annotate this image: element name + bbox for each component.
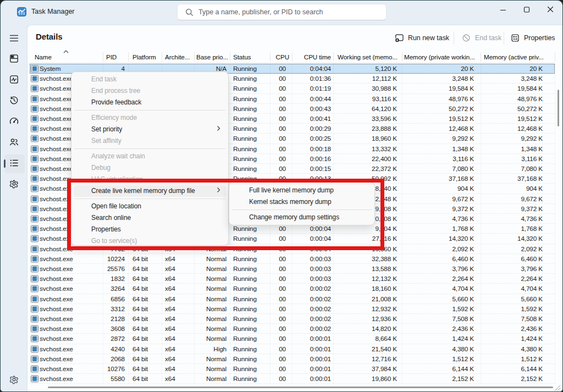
process-icon bbox=[31, 255, 38, 263]
cell-priv: 50,272 K bbox=[402, 104, 474, 114]
run-new-task-icon bbox=[395, 34, 404, 42]
cell-arch: x64 bbox=[165, 324, 175, 334]
sidebar-item-users[interactable] bbox=[9, 137, 19, 147]
cell-pid: 5580 bbox=[103, 374, 125, 384]
process-icon bbox=[31, 305, 38, 313]
search-box[interactable] bbox=[177, 4, 387, 20]
column-header-name[interactable]: Name bbox=[35, 51, 52, 63]
cell-status: Running bbox=[233, 354, 257, 364]
menu-item[interactable]: Set priority bbox=[74, 124, 226, 135]
process-icon bbox=[31, 155, 38, 163]
cell-ws: 12,936 K bbox=[333, 314, 397, 324]
close-button[interactable] bbox=[538, 1, 563, 17]
cell-priv: 9,292 K bbox=[402, 134, 474, 143]
menu-item-label: End process tree bbox=[91, 87, 140, 95]
cell-priv: 7,080 K bbox=[402, 164, 474, 174]
menu-item[interactable]: Set affinity bbox=[74, 135, 226, 147]
cell-status: Running bbox=[233, 374, 257, 384]
hamburger-menu-icon[interactable] bbox=[9, 34, 19, 43]
column-header-separator bbox=[555, 52, 555, 62]
column-header-architecture[interactable]: Archite... bbox=[165, 51, 190, 63]
cell-cpu: 00 bbox=[270, 324, 286, 334]
cell-base: Normal bbox=[194, 284, 227, 294]
cell-status: Running bbox=[233, 304, 257, 314]
cell-cpu: 00 bbox=[270, 164, 286, 174]
cell-act: 20 K bbox=[481, 64, 543, 74]
cell-cpu: 00 bbox=[270, 124, 286, 134]
resize-grip-icon[interactable] bbox=[553, 383, 561, 392]
column-header-status[interactable]: Status bbox=[233, 51, 251, 63]
table-header: Name PID Platform Archite... Base prio..… bbox=[1, 51, 563, 63]
column-header-working-set[interactable]: Working set (memo... bbox=[338, 51, 398, 63]
sidebar-item-startup-apps[interactable] bbox=[9, 117, 19, 126]
process-icon bbox=[31, 185, 38, 192]
cell-status: Running bbox=[233, 164, 257, 174]
menu-item[interactable]: Analyze wait chain bbox=[74, 151, 226, 162]
cell-priv: 19,584 K bbox=[402, 84, 474, 93]
cell-cpu: 00 bbox=[270, 104, 286, 114]
cell-status: Running bbox=[233, 264, 257, 274]
cell-name: svchost.exe bbox=[40, 354, 73, 364]
horizontal-scrollbar[interactable] bbox=[48, 387, 553, 388]
cell-priv: 4,380 K bbox=[402, 344, 474, 354]
column-header-platform[interactable]: Platform bbox=[133, 51, 156, 63]
cell-base: Normal bbox=[194, 254, 227, 264]
search-input[interactable] bbox=[198, 5, 380, 19]
run-new-task-button[interactable]: Run new task bbox=[395, 31, 449, 45]
column-header-base-priority[interactable]: Base prio... bbox=[196, 51, 228, 63]
end-task-button[interactable]: End task bbox=[462, 31, 501, 45]
cell-status: Running bbox=[233, 134, 257, 143]
cell-time: 0:00:41 bbox=[292, 114, 331, 124]
process-icon bbox=[31, 325, 38, 333]
cell-platform: 64 bit bbox=[133, 304, 148, 314]
cell-arch: x64 bbox=[165, 294, 175, 304]
cell-priv: 9,672 K bbox=[402, 194, 474, 204]
cell-arch: x64 bbox=[165, 334, 175, 344]
cell-name: svchost.exe bbox=[40, 334, 73, 344]
cell-name: svchost.exe bbox=[40, 94, 73, 104]
cell-ws: 64,120 K bbox=[333, 104, 397, 114]
cell-pid: 1832 bbox=[103, 274, 125, 284]
process-icon bbox=[31, 135, 38, 142]
end-task-label: End task bbox=[475, 34, 501, 42]
settings-icon[interactable] bbox=[9, 375, 19, 384]
menu-item-label: Provide feedback bbox=[91, 98, 141, 106]
cell-arch: x64 bbox=[165, 284, 175, 294]
column-header-separator bbox=[162, 52, 162, 62]
process-icon bbox=[31, 85, 38, 92]
menu-item-label: End task bbox=[91, 75, 117, 83]
column-header-cpu[interactable]: CPU bbox=[270, 51, 289, 63]
cell-priv: 1,512 K bbox=[402, 354, 474, 364]
properties-button[interactable]: Properties bbox=[511, 31, 555, 45]
column-header-pid[interactable]: PID bbox=[106, 51, 117, 63]
cell-ws: 18,960 K bbox=[333, 134, 397, 143]
cell-act: 48,976 K bbox=[481, 94, 543, 104]
cell-priv: 6,460 K bbox=[402, 254, 474, 264]
maximize-button[interactable] bbox=[514, 1, 539, 17]
sidebar-item-details[interactable] bbox=[9, 158, 19, 168]
column-header-cpu-time[interactable]: CPU time bbox=[292, 51, 331, 63]
vertical-scrollbar[interactable] bbox=[558, 90, 559, 126]
cell-pid: 2068 bbox=[103, 354, 125, 364]
cell-status: Running bbox=[233, 294, 257, 304]
cell-act: 12,468 K bbox=[481, 124, 543, 134]
menu-item[interactable]: End process tree bbox=[74, 85, 226, 97]
sidebar-item-app-history[interactable] bbox=[9, 96, 19, 105]
cell-status: Running bbox=[233, 114, 257, 124]
column-header-memory-active[interactable]: Memory (active priv... bbox=[484, 51, 544, 63]
menu-item[interactable]: End task bbox=[74, 74, 226, 85]
menu-item[interactable]: Provide feedback bbox=[74, 97, 226, 108]
menu-item[interactable]: Efficiency mode bbox=[74, 112, 226, 124]
cell-cpu: 00 bbox=[270, 114, 286, 124]
cell-priv: 19,512 K bbox=[402, 114, 474, 124]
cell-status: Running bbox=[233, 94, 257, 104]
minimize-button[interactable] bbox=[490, 1, 516, 17]
cell-time: 0:01:36 bbox=[292, 74, 331, 84]
cell-time: 0:04:04 bbox=[292, 64, 331, 74]
sidebar-item-services[interactable] bbox=[9, 179, 19, 189]
cell-platform: 64 bit bbox=[133, 314, 148, 324]
cell-cpu: 00 bbox=[270, 254, 286, 264]
column-header-memory-private[interactable]: Memory (private workin... bbox=[404, 51, 475, 63]
menu-item[interactable]: Debug bbox=[74, 162, 226, 174]
sidebar-item-performance[interactable] bbox=[9, 75, 19, 84]
